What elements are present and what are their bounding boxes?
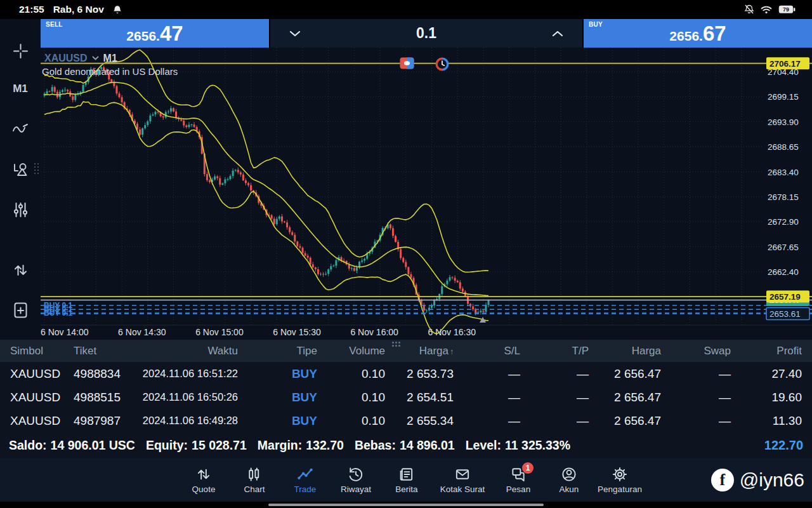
home-indicator[interactable] [268, 504, 544, 506]
nav-pengaturan[interactable]: Pengaturan [594, 466, 645, 494]
col-header-profit[interactable]: Profit [731, 345, 802, 358]
timeframe-button[interactable]: M1 [8, 78, 33, 100]
svg-text:2693.90: 2693.90 [768, 117, 799, 127]
nav-pesan[interactable]: Pesan 1 [493, 466, 544, 494]
sell-button[interactable]: SELL 2656.47 [41, 19, 269, 48]
cell-swap: — [661, 391, 731, 404]
nav-kotak-surat[interactable]: Kotak Surat [432, 466, 493, 494]
col-header-volume[interactable]: Volume [317, 345, 385, 358]
muted-bell-icon [744, 4, 754, 15]
cell-price: 2 656.47 [589, 367, 661, 381]
chart-toolbar: M1 [0, 48, 41, 340]
col-header-harga-current[interactable]: Harga [589, 345, 661, 358]
sort-updown-button[interactable] [8, 259, 33, 281]
cell-type: BUY [238, 414, 317, 428]
position-marker-icon[interactable] [400, 57, 415, 71]
cell-time: 2024.11.06 16:49:28 [137, 415, 238, 427]
col-header-tp[interactable]: T/P [520, 345, 589, 358]
svg-text:2657.19: 2657.19 [769, 292, 801, 302]
objects-button[interactable] [8, 159, 33, 180]
cell-sl: — [454, 367, 520, 381]
nav-riwayat[interactable]: Riwayat [331, 466, 381, 494]
nav-quote[interactable]: Quote [178, 466, 229, 494]
col-header-simbol[interactable]: Simbol [10, 345, 74, 358]
indicators-button[interactable] [8, 118, 33, 140]
chevron-down-icon [291, 32, 299, 36]
time-axis-label: 6 Nov 16:30 [428, 327, 476, 337]
positions-table-header: Simbol Tiket Waktu Tipe Volume Harga↑ S/… [0, 340, 812, 362]
chevron-up-icon [553, 32, 562, 36]
volume-decrease-button[interactable] [289, 30, 301, 37]
nav-akun[interactable]: Akun [544, 466, 594, 494]
sell-price-frac: 47 [160, 19, 183, 48]
col-header-swap[interactable]: Swap [661, 345, 731, 358]
cell-sl: — [454, 391, 520, 404]
volume-selector: 0.1 [269, 19, 584, 48]
cell-tp: — [520, 391, 589, 404]
pesan-unread-badge: 1 [522, 462, 534, 474]
price-chart[interactable]: BUY 0.1BUY 0.1BUY 0.12704.402699.152693.… [41, 48, 812, 340]
time-axis-label: 6 Nov 14:30 [118, 327, 166, 337]
cell-volume: 0.10 [317, 367, 385, 381]
position-line-label: BUY 0.1 [44, 309, 72, 318]
cell-profit: 27.40 [731, 367, 802, 381]
cell-time: 2024.11.06 16:50:26 [137, 391, 238, 403]
chart-settings-button[interactable] [8, 199, 33, 220]
time-axis-label: 6 Nov 15:30 [273, 327, 321, 337]
col-header-waktu[interactable]: Waktu [137, 345, 238, 358]
chart-symbol-description: Gold denominated in US Dollars [42, 66, 178, 77]
cell-price: 2 656.47 [589, 414, 661, 428]
cell-ticket: 4987987 [74, 414, 137, 428]
summary-bebas: Bebas:14 896.01 [355, 438, 455, 453]
position-row[interactable]: XAUUSD 4987987 2024.11.06 16:49:28 BUY 0… [10, 409, 802, 432]
position-row[interactable]: XAUUSD 4988515 2024.11.06 16:50:26 BUY 0… [10, 385, 802, 409]
cell-time: 2024.11.06 16:51:22 [137, 368, 238, 380]
volume-increase-button[interactable] [552, 30, 563, 37]
cell-open-price: 2 653.73 [385, 367, 454, 381]
status-bar: 21:55 Rab, 6 Nov 79 [0, 0, 812, 19]
cell-swap: — [661, 414, 731, 428]
crosshair-tool-button[interactable] [8, 40, 33, 62]
position-row[interactable]: XAUUSD 4988834 2024.11.06 16:51:22 BUY 0… [10, 362, 802, 385]
svg-text:2667.65: 2667.65 [768, 243, 799, 252]
session-clock-icon[interactable] [435, 57, 449, 71]
facebook-icon: f [711, 469, 734, 491]
nav-trade[interactable]: Trade [280, 466, 331, 494]
svg-text:2662.40: 2662.40 [768, 267, 799, 277]
sell-price-int: 2656. [126, 23, 160, 44]
sidebar-drag-handle[interactable] [34, 163, 40, 175]
history-clock-icon [348, 466, 364, 483]
mt5-trade-screen: 21:55 Rab, 6 Nov 79 SELL 2656.47 [0, 0, 812, 508]
col-header-sl[interactable]: S/L [454, 345, 520, 358]
svg-text:2699.15: 2699.15 [768, 92, 799, 102]
cell-symbol: XAUUSD [10, 414, 74, 428]
nav-berita[interactable]: Berita [381, 466, 432, 494]
cell-tp: — [520, 414, 589, 428]
candles [44, 65, 490, 315]
volume-value[interactable]: 0.1 [416, 25, 436, 42]
summary-level: Level:11 325.33% [466, 438, 570, 453]
col-header-tiket[interactable]: Tiket [74, 345, 137, 358]
account-summary: Saldo:14 906.01 USC Equity:15 028.71 Mar… [0, 432, 812, 458]
buy-button[interactable]: BUY 2656.67 [584, 19, 812, 48]
price-axis: 2704.402699.152693.902688.652683.402678.… [41, 57, 809, 337]
status-date: Rab, 6 Nov [53, 4, 104, 15]
gesture-bar-strip [0, 502, 812, 508]
chart-symbol[interactable]: XAUUSD [44, 53, 88, 64]
col-header-tipe[interactable]: Tipe [238, 345, 317, 358]
candlestick-chart-canvas[interactable]: BUY 0.1BUY 0.1BUY 0.12704.402699.152693.… [41, 48, 812, 340]
nav-chart[interactable]: Chart [229, 466, 280, 494]
mail-envelope-icon [454, 466, 471, 483]
watermark: f @iyn66 [711, 469, 804, 491]
timeframe-label: M1 [13, 83, 28, 95]
summary-margin: Margin:132.70 [258, 438, 344, 453]
cell-swap: — [661, 367, 731, 381]
wifi-icon [761, 5, 772, 14]
svg-text:2683.40: 2683.40 [768, 168, 799, 177]
new-order-button[interactable] [8, 299, 33, 321]
svg-text:2653.61: 2653.61 [769, 309, 801, 319]
summary-equity: Equity:15 028.71 [146, 438, 247, 453]
battery-percent: 79 [783, 6, 789, 13]
panel-drag-handle[interactable] [392, 342, 402, 348]
quotes-arrows-icon [195, 466, 212, 483]
